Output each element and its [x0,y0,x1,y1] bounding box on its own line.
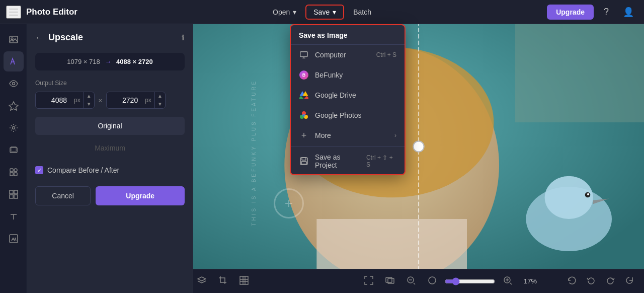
help-button[interactable]: ? [600,5,613,19]
open-button[interactable]: Open ▾ [266,5,303,19]
batch-button[interactable]: Batch [346,5,378,19]
svg-point-37 [587,193,589,195]
width-input[interactable] [36,93,71,107]
fit-button[interactable] [360,273,377,290]
watermark: THIS IS A BEFUNKY PLUS FEATURE [251,80,257,226]
cancel-button[interactable]: Cancel [35,186,91,205]
layers-bottom-button[interactable] [193,273,210,290]
svg-rect-8 [302,158,306,160]
compare-row: ✓ Compare Before / After [35,166,185,174]
svg-rect-22 [14,190,18,194]
svg-line-49 [414,283,415,284]
redo-button[interactable] [602,273,619,290]
save-project-shortcut: Ctrl + ⇧ + S [366,154,396,168]
dropdown-item-save-project[interactable]: Save as Project Ctrl + ⇧ + S [291,148,405,174]
svg-rect-23 [10,195,13,198]
top-bar: Photo Editor Open ▾ Save ▾ Batch Upgrade… [0,0,644,24]
width-decrement[interactable]: ▼ [84,100,94,108]
dropdown-menu: Save as Image Computer Ctrl + S [290,24,406,175]
google-photos-icon [299,110,309,120]
width-increment[interactable]: ▲ [84,92,94,100]
svg-rect-32 [316,219,467,269]
dropdown-item-computer[interactable]: Computer Ctrl + S [291,45,405,65]
panel-actions: Cancel Upgrade [35,186,185,205]
compare-label: Compare Before / After [47,166,119,174]
sidebar-item-effects[interactable] [4,51,24,71]
sidebar-item-graphics[interactable] [4,229,24,249]
google-photos-label: Google Photos [315,111,362,119]
reset-button[interactable] [621,273,638,290]
top-bar-left: Photo Editor [6,6,77,19]
dropdown-item-more[interactable]: + More › [291,125,405,145]
sidebar-item-collage[interactable] [4,184,24,204]
upgrade-panel-label: Upgrade [126,192,154,200]
height-increment[interactable]: ▲ [155,92,165,100]
google-drive-label: Google Drive [315,91,356,99]
info-button[interactable]: ℹ [182,33,185,42]
undo-button[interactable] [583,273,600,290]
zoom-out-button[interactable] [403,273,420,290]
compare-checkbox[interactable]: ✓ [35,166,43,174]
sidebar-item-shapes[interactable] [4,162,24,182]
upgrade-panel-button[interactable]: Upgrade [96,186,185,205]
zoom-circle-button[interactable] [424,273,441,290]
plus-icon: + [299,130,309,140]
height-decrement[interactable]: ▼ [155,100,165,108]
height-stepper: ▲ ▼ [154,92,165,108]
svg-rect-9 [301,162,306,164]
arrow-icon: → [105,58,111,65]
height-input[interactable] [107,93,142,107]
befunky-icon: B [299,70,309,80]
sidebar-item-photos[interactable] [4,29,24,49]
dropdown-item-befunky[interactable]: B BeFunky [291,65,405,85]
upgrade-button[interactable]: Upgrade [547,5,594,20]
zoom-in-button[interactable] [499,273,516,290]
size-display: 1079 × 718 → 4088 × 2720 [35,53,185,70]
crop-bottom-button[interactable] [214,273,231,290]
back-button[interactable]: ← [35,33,43,42]
grid-bottom-button[interactable] [235,273,253,290]
save-project-icon [299,156,309,166]
dropdown-item-google-photos[interactable]: Google Photos [291,105,405,125]
sidebar-item-tools[interactable] [4,118,24,138]
height-unit: px [142,97,154,104]
dropdown-item-google-drive[interactable]: Google Drive [291,85,405,105]
svg-rect-29 [515,24,644,122]
canvas-placeholder: THIS IS A BEFUNKY PLUS FEATURE + [193,24,644,269]
canvas-image: THIS IS A BEFUNKY PLUS FEATURE + [193,24,644,269]
save-label: Save [313,8,330,16]
save-button[interactable]: Save ▾ [305,5,344,20]
computer-shortcut: Ctrl + S [376,51,396,58]
monitor-icon [299,50,309,60]
panel-header: ← Upscale ℹ [35,32,185,43]
open-label: Open [273,8,290,16]
account-button[interactable]: 👤 [619,5,638,20]
save-chevron-icon: ▾ [333,8,336,16]
sidebar-item-layers[interactable] [4,140,24,160]
zoom-slider[interactable] [445,277,495,285]
question-icon: ? [604,7,609,17]
svg-rect-10 [10,36,18,43]
menu-button[interactable] [6,6,21,19]
sidebar-item-ai[interactable] [4,96,24,116]
bottom-toolbar: 17% [193,269,644,293]
svg-rect-20 [10,173,13,176]
sidebar-item-eye[interactable] [4,74,24,94]
svg-point-39 [413,141,424,152]
original-button[interactable]: Original [35,117,185,135]
top-bar-center: Open ▾ Save ▾ Batch [266,5,378,20]
times-icon: × [99,97,103,104]
save-project-label: Save as Project [315,153,360,169]
app-title: Photo Editor [26,7,77,17]
upgrade-label: Upgrade [556,8,585,16]
svg-point-6 [302,114,305,117]
sidebar-item-text[interactable] [4,206,24,227]
befunky-label: BeFunky [315,71,343,79]
svg-line-53 [510,283,512,284]
crop-ratio-button[interactable] [381,273,398,290]
svg-rect-0 [300,52,307,57]
size-inputs: px ▲ ▼ × px ▲ ▼ [35,92,185,109]
left-panel: ← Upscale ℹ 1079 × 718 → 4088 × 2720 Out… [27,24,193,293]
history-button[interactable] [564,273,581,290]
width-input-wrap: px ▲ ▼ [35,92,95,109]
